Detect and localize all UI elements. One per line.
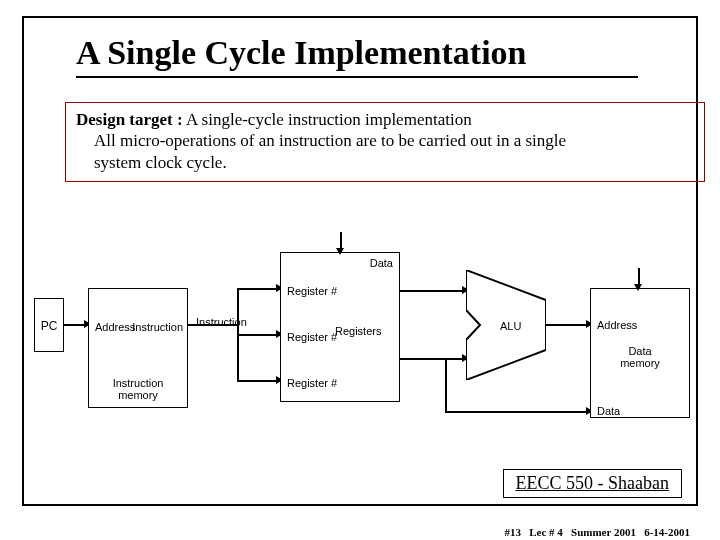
wire-to-dmem-data-v — [445, 358, 447, 412]
alu-label: ALU — [500, 320, 521, 332]
dmem-address-label: Address — [597, 319, 637, 331]
wire-to-reg1 — [237, 288, 280, 290]
arrow-data-in-dmem — [634, 284, 642, 291]
wire-to-reg3 — [237, 380, 280, 382]
regs-reg1: Register # — [287, 285, 337, 297]
regs-reg2: Register # — [287, 331, 337, 343]
dmem-data-label: Data — [597, 405, 620, 417]
regs-reg3: Register # — [287, 377, 337, 389]
imem-caption: Instructionmemory — [89, 377, 187, 401]
pc-block: PC — [34, 298, 64, 352]
wire-alu-dmem — [546, 324, 590, 326]
page-title: A Single Cycle Implementation — [76, 34, 696, 72]
design-label: Design target : — [76, 110, 183, 129]
date: 6-14-2001 — [644, 526, 690, 538]
wire-to-dmem-data-h — [445, 411, 590, 413]
instruction-wire-label: Instruction — [196, 316, 247, 328]
footer-box: EECC 550 - Shaaban — [503, 469, 682, 498]
design-line1: A single-cycle instruction implementatio… — [183, 110, 472, 129]
lecture-number: Lec # 4 — [529, 526, 563, 538]
datapath-diagram: PC Address Instruction Instructionmemory… — [30, 224, 698, 464]
wire-reg-alu-b1 — [400, 358, 446, 360]
imem-address-label: Address — [95, 321, 135, 333]
regs-caption: Registers — [335, 325, 381, 337]
regs-data-port: Data — [370, 257, 393, 269]
design-line2: All micro-operations of an instruction a… — [94, 130, 694, 151]
wire-imem-main — [188, 324, 238, 326]
registers-block: Data Register # Register # Register # Re… — [280, 252, 400, 402]
sub-footer: #13 Lec # 4 Summer 2001 6-14-2001 — [0, 526, 720, 538]
dmem-block: Address Data Datamemory — [590, 288, 690, 418]
dmem-caption: Datamemory — [591, 345, 689, 369]
term: Summer 2001 — [571, 526, 636, 538]
slide-number: #13 — [504, 526, 521, 538]
wire-to-reg2 — [237, 334, 280, 336]
footer-course: EECC 550 - Shaaban — [516, 473, 669, 493]
design-line3: system clock cycle. — [94, 152, 694, 173]
title-underline — [76, 76, 638, 78]
imem-block: Address Instruction Instructionmemory — [88, 288, 188, 408]
imem-instruction-port: Instruction — [132, 321, 183, 333]
slide-frame: A Single Cycle Implementation Design tar… — [22, 16, 698, 506]
design-target-box: Design target : A single-cycle instructi… — [65, 102, 705, 182]
arrow-data-in-regs — [336, 248, 344, 255]
wire-reg-alu-a — [400, 290, 466, 292]
